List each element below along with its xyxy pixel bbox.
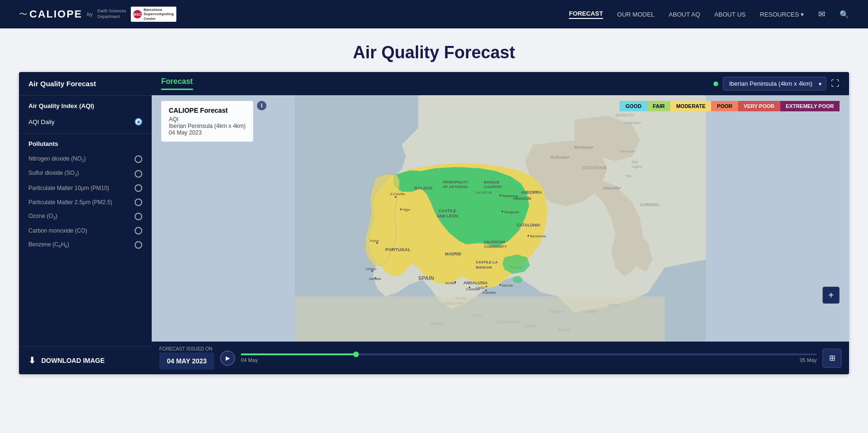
nav-about-aq[interactable]: ABOUT AQ: [669, 11, 700, 18]
pollutant-pm25-label: Particulate Matter 2.5μm (PM2.5): [28, 199, 112, 206]
svg-text:MADRID: MADRID: [445, 252, 462, 256]
nav-our-model[interactable]: OUR MODEL: [617, 11, 655, 18]
pollutant-o3-radio[interactable]: [135, 213, 142, 220]
mail-icon[interactable]: ✉: [818, 9, 825, 19]
fullscreen-button[interactable]: ⛶: [831, 79, 840, 89]
pollutant-co-radio[interactable]: [135, 227, 142, 235]
aqi-section-title: Air Quality Index (AQI): [28, 102, 142, 109]
nav-resources[interactable]: RESOURCES ▾: [760, 11, 804, 18]
zoom-plus-button[interactable]: +: [822, 287, 840, 304]
svg-text:COMMUNITY: COMMUNITY: [484, 244, 507, 249]
svg-point-38: [485, 286, 487, 287]
sidebar-title: Air Quality Forecast: [19, 72, 152, 96]
legend-extremely-poor: EXTREMELY POOR: [780, 101, 840, 111]
pollutant-pm10-radio[interactable]: [135, 184, 142, 192]
svg-text:CASTILE: CASTILE: [439, 208, 457, 213]
search-icon[interactable]: 🔍: [840, 10, 849, 19]
pollutant-so2[interactable]: Sulfur dioxide (SO2): [28, 166, 142, 180]
svg-text:GALICIA: GALICIA: [414, 185, 433, 190]
svg-text:Vigo•: Vigo•: [402, 208, 411, 212]
svg-text:Pamplona•: Pamplona•: [502, 194, 518, 198]
status-dot: [713, 81, 718, 86]
logo-text: CALIOPE: [29, 8, 82, 20]
region-select[interactable]: Iberian Peninsula (4km x 4km) Europe (12…: [723, 77, 826, 90]
svg-text:PRINCIPALITY: PRINCIPALITY: [443, 180, 468, 184]
aqi-daily-item[interactable]: AQI Daily: [28, 114, 142, 129]
pollutant-pm10[interactable]: Particulate Matter 10μm (PM10): [28, 181, 142, 195]
timeline-progress: [241, 353, 356, 355]
pollutant-so2-radio[interactable]: [135, 170, 142, 178]
earth-sciences-label: Earth Sciences Department: [97, 9, 126, 19]
svg-text:Zaragoza•: Zaragoza•: [504, 210, 519, 214]
svg-text:ANDALUSIA: ANDALUSIA: [464, 280, 488, 285]
svg-point-46: [500, 284, 501, 286]
svg-point-34: [528, 235, 529, 236]
svg-text:AND LEÓN: AND LEÓN: [437, 213, 458, 218]
by-label: by: [87, 11, 93, 18]
timeline[interactable]: 04 May 05 May: [241, 353, 817, 363]
pollutant-co-label: Carbon monoxide (CO): [28, 227, 87, 234]
info-box-title: CALIOPE Forecast: [169, 107, 246, 114]
map-header: Forecast Iberian Peninsula (4km x 4km) E…: [152, 72, 849, 95]
bsc-text: Barcelona Supercomputing Center: [144, 8, 174, 21]
pollutant-no2-radio[interactable]: [135, 155, 142, 163]
logo[interactable]: 〜 CALIOPE: [19, 8, 82, 20]
sidebar-footer: ⬇ DOWNLOAD IMAGE: [19, 346, 152, 374]
pollutant-pm25-radio[interactable]: [135, 198, 142, 206]
timeline-start-label: 04 May: [241, 357, 258, 363]
bsc-logo[interactable]: BSC Barcelona Supercomputing Center: [131, 7, 176, 22]
nav-forecast[interactable]: FORECAST: [569, 10, 603, 19]
svg-text:LA RIOJA: LA RIOJA: [476, 190, 493, 195]
legend-good: GOOD: [620, 101, 647, 111]
layers-button[interactable]: ⊞: [822, 349, 841, 368]
svg-text:Florence•: Florence•: [620, 149, 635, 153]
pollutant-pm25[interactable]: Particulate Matter 2.5μm (PM2.5): [28, 195, 142, 209]
svg-text:Marseille•: Marseille•: [603, 186, 621, 190]
info-box-aqi: AQI: [169, 116, 246, 123]
nav-about-us[interactable]: ABOUT US: [714, 11, 746, 18]
map-footer: FORECAST ISSUED ON 04 MAY 2023 ▶ 04 May …: [152, 342, 849, 374]
info-icon-button[interactable]: i: [257, 101, 266, 110]
svg-text:Bordeaux•: Bordeaux•: [575, 145, 594, 150]
map-area[interactable]: GALICIA PRINCIPALITY OF ASTURIAS BASQUE …: [152, 95, 849, 342]
info-box-date: 04 May 2023: [169, 129, 246, 136]
pollutant-benzene[interactable]: Benzene (C6H6): [28, 238, 142, 252]
svg-text:Setubal•: Setubal•: [369, 277, 381, 280]
timeline-track[interactable]: [241, 353, 817, 355]
svg-text:Porto•: Porto•: [370, 239, 380, 243]
pollutant-benzene-radio[interactable]: [135, 241, 142, 249]
pollutant-no2[interactable]: Nitrogen dioxide (NO2): [28, 152, 142, 166]
forecast-issued-section: FORECAST ISSUED ON 04 MAY 2023: [159, 346, 214, 370]
svg-text:CATALONIA: CATALONIA: [517, 223, 540, 227]
download-label: DOWNLOAD IMAGE: [41, 357, 105, 364]
svg-text:MONACO: MONACO: [615, 113, 634, 117]
main-content: Air Quality Forecast Air Quality Index (…: [19, 72, 849, 374]
forecast-tab[interactable]: Forecast: [161, 77, 193, 90]
timeline-end-label: 05 May: [800, 357, 817, 363]
map-info: CALIOPE Forecast AQI Iberian Peninsula (…: [161, 101, 266, 142]
pollutants-section: Pollutants Nitrogen dioxide (NO2) Sulfur…: [19, 134, 152, 259]
pollutant-no2-label: Nitrogen dioxide (NO2): [28, 155, 86, 163]
legend-moderate: MODERATE: [670, 101, 711, 111]
svg-text:OCCITANIE: OCCITANIE: [583, 165, 607, 170]
aqi-section: Air Quality Index (AQI) AQI Daily: [19, 96, 152, 134]
region-select-wrapper: Iberian Peninsula (4km x 4km) Europe (12…: [723, 77, 826, 90]
timeline-handle[interactable]: [353, 352, 359, 357]
svg-text:Granada•: Granada•: [482, 291, 496, 294]
info-box-region: Iberian Peninsula (4km x 4km): [169, 123, 246, 129]
forecast-date-label: 04 MAY 2023: [159, 352, 214, 370]
svg-point-30: [500, 195, 501, 196]
svg-text:PORTUGAL: PORTUGAL: [385, 247, 411, 252]
download-button[interactable]: ⬇ DOWNLOAD IMAGE: [19, 346, 152, 374]
pollutant-co[interactable]: Carbon monoxide (CO): [28, 224, 142, 238]
page-title-section: Air Quality Forecast: [0, 28, 868, 72]
sidebar: Air Quality Forecast Air Quality Index (…: [19, 72, 152, 374]
svg-text:SPAIN: SPAIN: [418, 275, 434, 281]
legend-very-poor: VERY POOR: [738, 101, 780, 111]
pollutant-o3[interactable]: Ozone (O3): [28, 209, 142, 224]
svg-text:TUSCANY: TUSCANY: [624, 121, 642, 125]
aqi-daily-radio[interactable]: [135, 118, 142, 126]
svg-text:A Coruña•: A Coruña•: [390, 192, 405, 196]
svg-text:Tyrr...: Tyrr...: [626, 174, 635, 178]
play-button[interactable]: ▶: [220, 351, 235, 366]
